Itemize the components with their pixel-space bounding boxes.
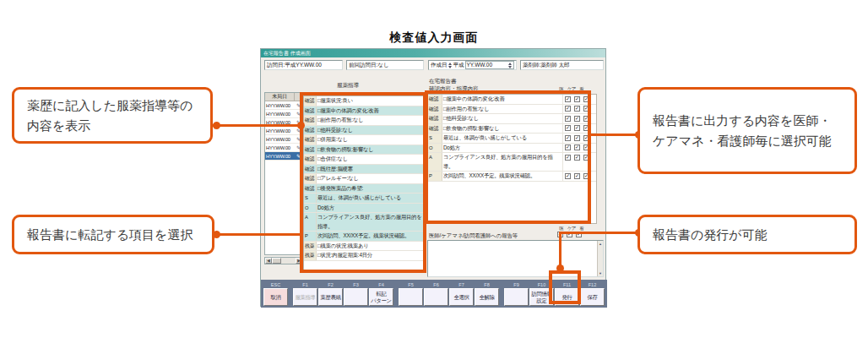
check-column-header: ケア (567, 226, 575, 232)
annotation-rect-publish-button (549, 270, 581, 304)
note-check-columns: 医ケア看 (557, 226, 585, 232)
fkey-button-f4[interactable]: 転記 パターン (369, 288, 393, 306)
check-column-header: 医 (557, 226, 565, 232)
scroll-left-icon[interactable]: ◀ (265, 258, 272, 264)
annotation-rect-guidance (300, 92, 426, 273)
fkey-button-esc[interactable]: 取消 (263, 288, 288, 306)
scroll-up-icon[interactable]: ▲ (599, 242, 602, 246)
fkey-caption: F8 (475, 281, 499, 288)
page-title: 検査値入力画面 (0, 30, 868, 46)
callout-output-per-role: 報告書に出力する内容を医師・ケアマネ・看護師毎に選択可能 (637, 87, 857, 174)
connector-line (212, 233, 300, 236)
fkey-caption: F1 (293, 281, 317, 288)
fkey-f2: F2薬歴表紙 (318, 281, 343, 306)
connector-dot (213, 122, 220, 129)
pharmacist-field: 薬剤師:薬剤師 太郎 (520, 60, 604, 70)
connector-dot (297, 122, 305, 129)
fkey-button-f2[interactable]: 薬歴表紙 (318, 288, 343, 306)
fkey-caption: F6 (424, 281, 448, 288)
create-date-field[interactable]: 作成日 平成 YY.WW.00 (428, 60, 517, 70)
visit-date-row[interactable]: HYY.WW.00✎ (265, 144, 302, 152)
fkey-caption: F7 (449, 281, 474, 288)
visit-date-row[interactable]: HYY.WW.00✎ (265, 110, 302, 118)
fkey-button-f8[interactable]: 全解除 (475, 288, 499, 306)
fkey-f1: F1服薬指導 (293, 281, 317, 306)
fkey-caption: F9 (504, 281, 529, 288)
callout-transfer-select: 報告書に転記する項目を選択 (12, 215, 214, 254)
scroll-down-icon[interactable]: ▼ (599, 271, 602, 275)
visit-date-table-header: 来局日 (265, 93, 302, 101)
callout-guidance-content: 薬歴に記入した服薬指導等の内容を表示 (12, 87, 213, 144)
visit-date-table-body: HYY.WW.00✎HYY.WW.00✎HYY.WW.00✎HYY.WW.00✎… (265, 101, 302, 161)
visit-date-row[interactable]: HYY.WW.00✎ (265, 101, 302, 110)
fkey-f4: F4転記 パターン (369, 281, 393, 306)
fkey-esc: ESC取消 (263, 281, 288, 306)
fkey-button-f3 (344, 288, 368, 306)
fkey-f7: F7全選択 (449, 281, 474, 306)
vertical-scrollbar[interactable]: ▲ ▼ (597, 241, 603, 276)
fkey-button-f7[interactable]: 全選択 (449, 288, 474, 306)
visit-date-row[interactable]: HYY.WW.00✎ (265, 127, 302, 135)
create-date-label: 作成日 (431, 61, 448, 69)
fkey-caption: F5 (399, 281, 423, 288)
prev-visit-field: 前回訪問日:なし (346, 60, 424, 70)
fkey-button-f5 (399, 288, 423, 306)
visit-date-value: HYY.WW.00 (265, 144, 295, 151)
fkey-button-f6 (424, 288, 448, 306)
connector-line (591, 134, 639, 136)
spinner-icon[interactable] (508, 62, 513, 69)
fkey-f12: F12保存 (580, 281, 605, 306)
fkey-caption: F3 (344, 281, 368, 288)
fkey-caption: ESC (263, 281, 288, 288)
horizontal-scrollbar[interactable]: ◀ ▶ (264, 257, 303, 264)
check-column-header: 看 (578, 226, 585, 232)
fkey-caption: F12 (580, 281, 605, 288)
fkey-f6: F6 (424, 281, 448, 306)
visit-date-value: HYY.WW.00 (265, 127, 295, 134)
fkey-button-f1: 服薬指導 (293, 288, 317, 306)
visit-date-value: HYY.WW.00 (265, 152, 295, 160)
create-date-era: 平成 (453, 61, 464, 69)
create-date-input[interactable]: YY.WW.00 (465, 61, 515, 69)
spinner-icon[interactable] (448, 62, 453, 69)
visit-date-field: 訪問日:平成YY.WW.00 (264, 60, 343, 70)
fkey-f3: F3 (344, 281, 368, 306)
window-titlebar[interactable]: 在宅報告書 作成画面 (261, 49, 605, 57)
visit-date-value: HYY.WW.00 (265, 135, 295, 143)
fkey-f8: F8全解除 (475, 281, 499, 306)
fkey-caption: F4 (369, 281, 393, 288)
note-label: 医師/ケアマネ/訪問看護師への報告等 (429, 232, 518, 240)
visit-date-row[interactable]: HYY.WW.00✎ (265, 135, 302, 144)
visit-date-row[interactable]: HYY.WW.00✎ (265, 152, 302, 161)
report-section-title: 在宅報告書 (429, 78, 457, 85)
fkey-button-f9 (504, 288, 529, 306)
callout-publish: 報告書の発行が可能 (637, 215, 857, 254)
connector-dot (556, 264, 564, 272)
fkey-button-f12[interactable]: 保存 (580, 288, 605, 306)
visit-date-value: HYY.WW.00 (265, 101, 295, 109)
fkey-f9: F9 (504, 281, 529, 306)
fkey-caption: F2 (318, 281, 343, 288)
annotation-rect-report (425, 90, 591, 224)
fkey-f5: F5 (399, 281, 423, 306)
screenshot-page: 検査値入力画面 在宅報告書 作成画面 訪問日:平成YY.WW.00 前回訪問日:… (0, 0, 868, 338)
connector-line (211, 124, 300, 127)
connector-line (559, 232, 639, 234)
guidance-section-title: 服薬指導 (312, 82, 384, 90)
visit-date-value: HYY.WW.00 (265, 110, 295, 117)
visit-date-table: 来局日 HYY.WW.00✎HYY.WW.00✎HYY.WW.00✎HYY.WW… (264, 92, 303, 255)
scrollbar-thumb[interactable] (272, 258, 281, 264)
